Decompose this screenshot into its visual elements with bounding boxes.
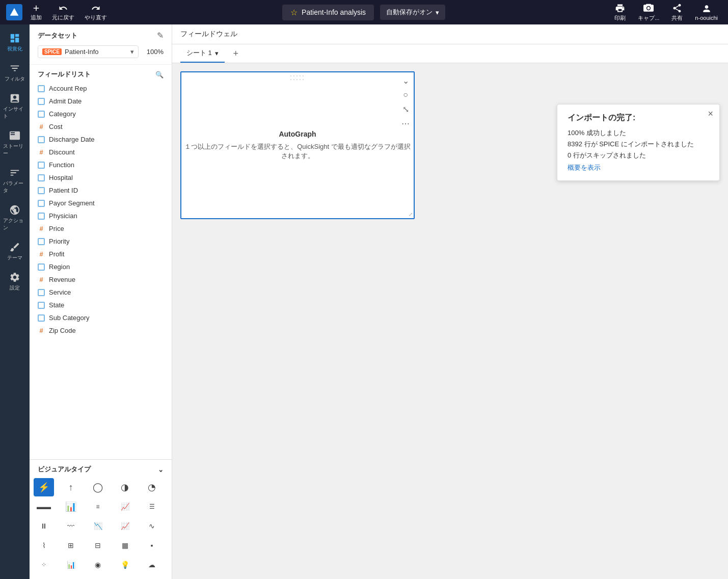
field-item[interactable]: Discharge Date [34, 133, 168, 146]
notification-title: インポートの完了: [568, 113, 709, 123]
document-title[interactable]: ☆ Patient-Info analysis [282, 5, 374, 20]
spice-badge: SPICE [42, 48, 62, 55]
field-item[interactable]: #Revenue [34, 273, 168, 286]
autosave-indicator[interactable]: 自動保存がオン ▾ [380, 5, 445, 20]
visual-bar-up[interactable]: ↑ [61, 478, 81, 496]
visual-types-header: ビジュアルタイプ ⌄ [34, 465, 168, 478]
field-item[interactable]: Category [34, 108, 168, 120]
field-item[interactable]: #Profit [34, 248, 168, 260]
measure-icon: # [38, 149, 45, 156]
notification-link[interactable]: 概要を表示 [568, 163, 709, 172]
visual-donut[interactable]: ◯ [88, 478, 108, 496]
field-item[interactable]: Hospital [34, 171, 168, 184]
visual-scatter[interactable]: ⁘ [34, 556, 54, 574]
visual-line2[interactable]: ∿ [142, 517, 162, 535]
visual-area2[interactable]: ⌇ [34, 536, 54, 555]
sheet-tab-1[interactable]: シート 1 ▾ [180, 44, 225, 63]
visual-pin[interactable]: ○ [399, 89, 412, 101]
visual-pie[interactable]: ◔ [142, 478, 162, 496]
undo-button[interactable]: 元に戻す [48, 2, 78, 23]
import-notification: × インポートの完了: 100% 成功しました 8392 行が SPICE にイ… [557, 104, 720, 181]
nav-insight[interactable]: インサイト [1, 89, 29, 124]
visual-area[interactable]: 📉 [88, 517, 108, 535]
visual-vbar[interactable]: 📊 [61, 497, 81, 516]
field-name: Function [49, 161, 74, 169]
measure-icon: # [38, 251, 45, 258]
visual-types-section: ビジュアルタイプ ⌄ ⚡ ↑ ◯ ◑ ◔ ▬▬ 📊 ≡ 📈 ☰ ⏸ 〰 📉 [30, 459, 172, 579]
field-item[interactable]: #Zip Code [34, 324, 168, 337]
field-item[interactable]: Sub Category [34, 311, 168, 324]
edit-dataset-button[interactable]: ✎ [157, 31, 164, 40]
svg-marker-0 [10, 8, 19, 16]
share-button[interactable]: 共有 [667, 1, 687, 24]
visual-more[interactable]: ⋯ [399, 117, 412, 129]
visual-table[interactable]: ⊞ [61, 536, 81, 555]
dataset-dropdown-arrow[interactable]: ▾ [130, 48, 134, 56]
favorite-star[interactable]: ☆ [290, 8, 298, 17]
visual-bar3[interactable]: 📊 [61, 556, 81, 574]
nav-action[interactable]: アクション [1, 200, 29, 235]
field-name: Payor Segment [49, 199, 95, 207]
visual-hbar[interactable]: ▬▬ [34, 497, 54, 516]
visual-combo[interactable]: 📈 [115, 517, 135, 535]
redo-button[interactable]: やり直す [80, 2, 111, 23]
field-name: Hospital [49, 174, 73, 181]
field-item[interactable]: Physician [34, 209, 168, 222]
field-item[interactable]: Patient ID [34, 184, 168, 197]
visual-treemap[interactable]: ▪ [142, 536, 162, 555]
visual-hbar2[interactable]: ≡ [88, 497, 108, 516]
field-item[interactable]: Service [34, 286, 168, 299]
field-item[interactable]: #Cost [34, 120, 168, 133]
field-item[interactable]: Admit Date [34, 95, 168, 108]
dimension-icon [38, 302, 45, 309]
topbar-right: 印刷 キャプ... 共有 n-oouichi [610, 1, 722, 24]
add-sheet-button[interactable]: + [229, 46, 243, 61]
visual-candle[interactable]: ⏸ [34, 517, 54, 535]
visual-insight[interactable]: 💡 [115, 556, 135, 574]
nav-visualize[interactable]: 視覚化 [1, 29, 29, 57]
resize-handle[interactable]: ⤢ [409, 212, 413, 217]
visual-heatmap[interactable]: ▦ [115, 536, 135, 555]
nav-story[interactable]: ストーリー [1, 126, 29, 161]
dimension-icon [38, 136, 45, 143]
visual-expand[interactable]: ⌄ [399, 74, 412, 87]
nav-theme[interactable]: テーマ [1, 238, 29, 266]
capture-button[interactable]: キャプ... [634, 1, 663, 24]
visual-autograph[interactable]: ⚡ [34, 478, 54, 496]
field-item[interactable]: State [34, 299, 168, 311]
visual-hbar3[interactable]: ☰ [142, 497, 162, 516]
nav-settings[interactable]: 設定 [1, 268, 29, 296]
field-item[interactable]: Function [34, 159, 168, 171]
dataset-selector[interactable]: SPICE Patient-Info ▾ [38, 45, 139, 58]
visual-pivot[interactable]: ⊟ [88, 536, 108, 555]
field-name: Patient ID [49, 187, 78, 194]
dataset-percentage: 100% [147, 48, 164, 56]
field-item[interactable]: #Price [34, 222, 168, 235]
search-icon[interactable]: 🔍 [155, 71, 164, 78]
dimension-icon [38, 162, 45, 169]
field-item[interactable]: Account Rep [34, 82, 168, 95]
user-menu[interactable]: n-oouichi [691, 2, 722, 23]
notification-close[interactable]: × [708, 109, 713, 119]
dimension-icon [38, 264, 45, 271]
visual-radial[interactable]: ◉ [88, 556, 108, 574]
dimension-icon [38, 111, 45, 118]
add-button[interactable]: 追加 [26, 2, 46, 23]
field-item[interactable]: Region [34, 260, 168, 273]
visual-gauge[interactable]: ◑ [115, 478, 135, 496]
print-button[interactable]: 印刷 [610, 1, 630, 24]
nav-parameter[interactable]: パラメータ [1, 163, 29, 198]
sheet-dropdown[interactable]: ▾ [215, 49, 219, 57]
field-item[interactable]: Payor Segment [34, 197, 168, 209]
field-item[interactable]: #Discount [34, 146, 168, 159]
drag-handle[interactable]: ⁚⁚⁚⁚⁚ [290, 74, 305, 82]
field-name: Revenue [49, 276, 75, 283]
visual-vbar2[interactable]: 📈 [115, 497, 135, 516]
visual-wordcloud[interactable]: ☁ [142, 556, 162, 574]
nav-filter[interactable]: フィルタ [1, 59, 29, 87]
visual-line[interactable]: 〰 [61, 517, 81, 535]
field-item[interactable]: Priority [34, 235, 168, 248]
main-layout: 視覚化 フィルタ インサイト ストーリー パラメータ アクション テーマ 設定 [0, 24, 728, 579]
visual-types-collapse[interactable]: ⌄ [158, 466, 164, 473]
visual-shrink[interactable]: ⤡ [399, 103, 412, 115]
